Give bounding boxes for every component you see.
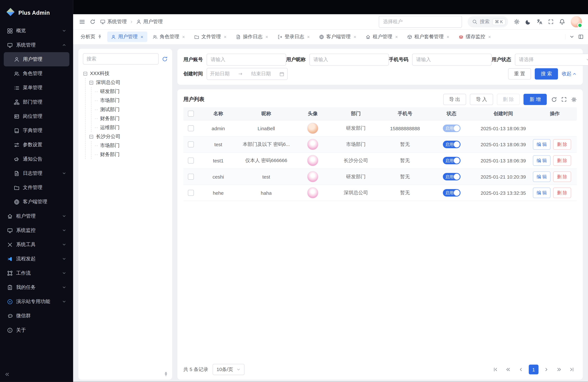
layout-toggle-icon[interactable] [578, 34, 583, 39]
first-page-button[interactable] [490, 365, 500, 375]
tree-node-财务部门[interactable]: 财务部门 [95, 114, 168, 123]
sidebar-item-系统监控[interactable]: 系统监控 [4, 223, 69, 237]
edit-button[interactable]: 编 辑 [533, 155, 551, 166]
tree-node-研发部门[interactable]: 研发部门 [95, 87, 168, 96]
collapse-filters-link[interactable]: 收起 [562, 71, 577, 77]
last-page-button[interactable] [567, 365, 577, 375]
sidebar-item-字典管理[interactable]: 字典管理 [4, 123, 69, 138]
sidebar-item-文件管理[interactable]: 文件管理 [4, 180, 69, 195]
tab-客户端管理[interactable]: 客户端管理 [315, 32, 360, 42]
row-checkbox[interactable] [188, 142, 194, 148]
sidebar-item-客户端管理[interactable]: 客户端管理 [4, 195, 69, 209]
tree-node-运维部门[interactable]: 运维部门 [95, 123, 168, 132]
tab-分析页[interactable]: 分析页 [77, 32, 106, 42]
sidebar-item-演示站专用功能[interactable]: 演示站专用功能 [4, 295, 69, 309]
select-all-checkbox[interactable] [188, 111, 194, 117]
language-icon[interactable] [537, 19, 543, 25]
sidebar-item-概览[interactable]: 概览 [4, 24, 69, 38]
tree-refresh-icon[interactable] [162, 56, 168, 62]
export-button[interactable]: 导 出 [443, 94, 466, 105]
tree-node-财务部门[interactable]: 财务部门 [95, 150, 168, 159]
close-icon[interactable] [307, 35, 310, 39]
tabs-dropdown-icon[interactable] [569, 34, 574, 39]
tab-登录日志[interactable]: 登录日志 [274, 32, 314, 42]
reset-button[interactable]: 重 置 [508, 68, 531, 80]
tree-node-测试部门[interactable]: 测试部门 [95, 105, 168, 114]
tree-pin-icon[interactable] [164, 372, 168, 377]
refresh-icon[interactable] [90, 19, 95, 24]
edit-button[interactable]: 编 辑 [533, 188, 551, 198]
close-icon[interactable] [395, 35, 398, 39]
hamburger-icon[interactable] [79, 19, 85, 25]
edit-button[interactable]: 编 辑 [533, 139, 551, 150]
prev-page-button[interactable] [516, 365, 526, 375]
sidebar-item-部门管理[interactable]: 部门管理 [4, 95, 69, 109]
notifications-icon[interactable] [559, 19, 565, 25]
sidebar-item-我的任务[interactable]: 我的任务 [4, 280, 69, 295]
table-settings-icon[interactable] [571, 97, 577, 102]
sidebar-item-用户管理[interactable]: 用户管理 [4, 52, 69, 66]
close-icon[interactable] [223, 35, 227, 39]
dark-mode-icon[interactable] [525, 19, 531, 24]
tenant-select[interactable]: 选择租户 [378, 16, 462, 28]
sidebar-item-通知公告[interactable]: 通知公告 [4, 152, 69, 166]
filter-select-用户状态[interactable]: 请选择 [515, 54, 588, 65]
status-switch[interactable]: 启用 [443, 141, 460, 148]
delete-row-button[interactable]: 删 除 [553, 155, 571, 166]
sidebar-item-系统工具[interactable]: 系统工具 [4, 237, 69, 252]
status-switch[interactable]: 启用 [443, 173, 460, 180]
more-button[interactable]: 更多 [574, 140, 577, 149]
sidebar-item-工作流[interactable]: 工作流 [4, 266, 69, 280]
close-icon[interactable] [353, 35, 357, 39]
close-icon[interactable] [488, 35, 491, 39]
sidebar-item-岗位管理[interactable]: 岗位管理 [4, 109, 69, 123]
sidebar-item-微信群[interactable]: 微信群 [4, 309, 69, 323]
status-switch[interactable]: 启用 [443, 157, 460, 164]
current-page-button[interactable]: 1 [529, 365, 539, 375]
filter-input-手机号码[interactable]: 请输入 [412, 54, 492, 65]
tab-租户管理[interactable]: 租户管理 [362, 32, 402, 42]
next-pages-button[interactable] [554, 365, 564, 375]
status-switch[interactable]: 启用 [443, 189, 460, 196]
row-checkbox[interactable] [188, 174, 194, 180]
sidebar-item-租户管理[interactable]: 租户管理 [4, 209, 69, 223]
sidebar-item-日志管理[interactable]: 日志管理 [4, 166, 69, 180]
tab-租户套餐管理[interactable]: 租户套餐管理 [403, 32, 453, 42]
row-checkbox[interactable] [188, 125, 194, 131]
delete-row-button[interactable]: 删 除 [553, 139, 571, 150]
tree-node-深圳总公司[interactable]: 深圳总公司 [89, 78, 168, 87]
user-avatar[interactable] [571, 16, 582, 27]
more-button[interactable]: 更多 [574, 172, 577, 182]
fullscreen-icon[interactable] [548, 19, 554, 24]
row-checkbox[interactable] [188, 190, 194, 196]
close-icon[interactable] [182, 35, 185, 39]
tab-操作日志[interactable]: 操作日志 [232, 32, 272, 42]
filter-search-button[interactable]: 搜 索 [535, 68, 558, 80]
collapse-box-icon[interactable] [89, 134, 94, 139]
import-button[interactable]: 导 入 [470, 94, 493, 105]
sidebar-item-菜单管理[interactable]: 菜单管理 [4, 81, 69, 95]
status-switch[interactable]: 启用 [443, 125, 460, 132]
add-button[interactable]: 新 增 [524, 94, 547, 105]
breadcrumb-item[interactable]: 系统管理 [100, 18, 127, 25]
table-refresh-icon[interactable] [551, 97, 557, 102]
close-icon[interactable] [265, 35, 269, 39]
tree-node-市场部门[interactable]: 市场部门 [95, 141, 168, 150]
breadcrumb-item[interactable]: 用户管理 [136, 18, 163, 25]
tab-用户管理[interactable]: 用户管理 [107, 32, 147, 42]
tree-node-XXX科技[interactable]: XXX科技 [83, 69, 168, 78]
sidebar-item-系统管理[interactable]: 系统管理 [4, 38, 69, 52]
page-size-select[interactable]: 10条/页 [213, 364, 244, 375]
filter-input-用户昵称[interactable]: 请输入 [309, 54, 389, 65]
close-icon[interactable] [140, 35, 144, 39]
tab-文件管理[interactable]: 文件管理 [190, 32, 231, 42]
row-checkbox[interactable] [188, 158, 194, 164]
close-icon[interactable] [446, 35, 450, 39]
date-range-input[interactable]: 开始日期 结束日期 [207, 68, 288, 80]
prev-pages-button[interactable] [503, 365, 513, 375]
collapse-box-icon[interactable] [83, 71, 88, 76]
edit-button[interactable]: 编 辑 [533, 171, 551, 182]
more-button[interactable]: 更多 [574, 188, 577, 198]
tree-node-长沙分公司[interactable]: 长沙分公司 [89, 132, 168, 141]
tree-search-input[interactable]: 搜索 [83, 53, 159, 64]
